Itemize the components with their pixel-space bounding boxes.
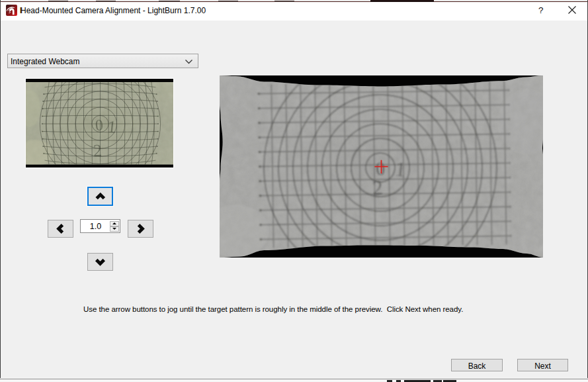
svg-text:0: 0 (95, 117, 104, 134)
svg-text:2: 2 (93, 141, 102, 161)
svg-text:2: 2 (372, 176, 383, 200)
